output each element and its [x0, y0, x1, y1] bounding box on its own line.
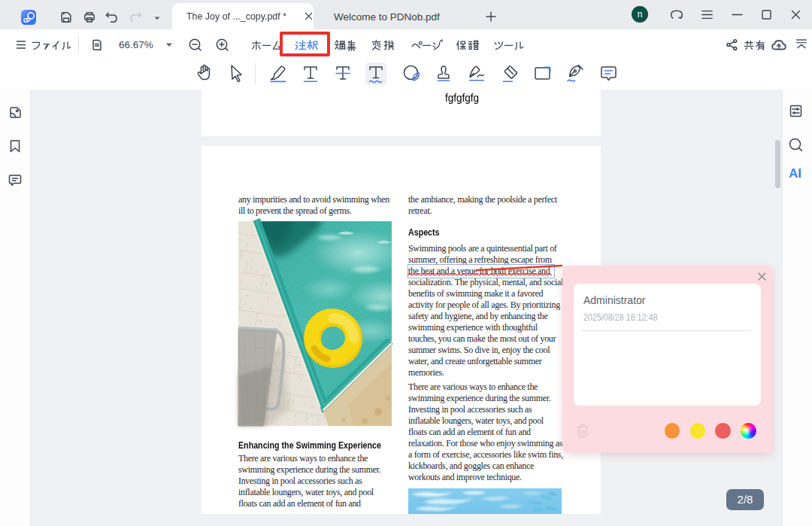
svg-text:AI: AI [789, 166, 801, 181]
